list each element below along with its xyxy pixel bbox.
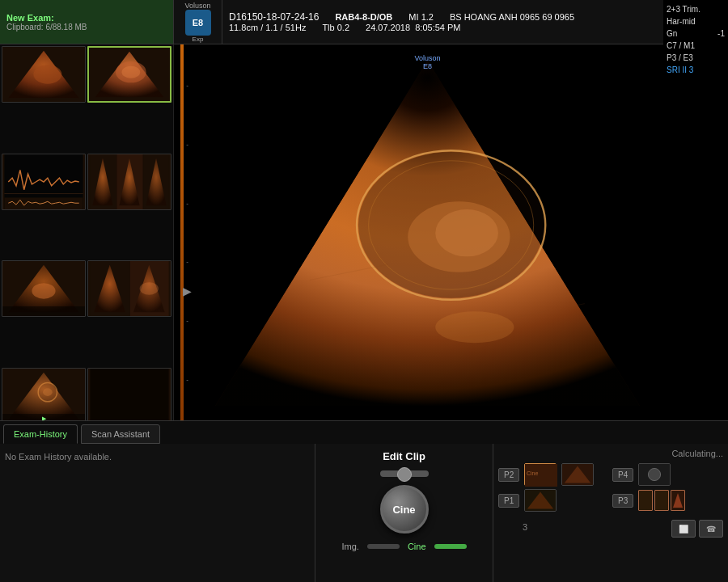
svg-point-37	[435, 311, 514, 343]
thumbnail-5[interactable]	[2, 260, 86, 317]
preset-p3-mini-1[interactable]	[638, 490, 653, 511]
preset-p4-row: P4	[612, 463, 723, 486]
thumbnail-2[interactable]	[87, 46, 171, 103]
edit-clip-title: Edit Clip	[383, 450, 425, 462]
c7-param: C7 / M1	[667, 40, 725, 52]
voluson-logo-area: Voluson E8 Exp	[174, 0, 222, 44]
preset-p2-thumb[interactable]: Cine	[524, 463, 557, 486]
preset-p3-row: P3	[612, 489, 723, 512]
preset-p3-mini-2[interactable]	[654, 490, 669, 511]
preset-p4-thumb[interactable]	[638, 463, 671, 486]
history-panel: No Exam History available.	[0, 444, 315, 582]
p3-param: P3 / E3	[667, 52, 725, 64]
svg-point-1	[33, 65, 61, 83]
thumbnail-overlay-5	[2, 306, 85, 316]
thumbnail-7[interactable]: ▶	[2, 368, 86, 424]
svg-marker-21	[8, 373, 78, 420]
edit-clip-panel: Edit Clip Cine Img. Cine	[315, 444, 493, 582]
header-info: D16150-18-07-24-16 RAB4-8-D/OB MI 1.2 BS…	[222, 0, 728, 44]
exam-id: D16150-18-07-24-16	[229, 11, 319, 23]
edit-clip-top-slider[interactable]	[380, 470, 429, 477]
preset-p4-button[interactable]: P4	[612, 468, 633, 482]
cine-label: Cine	[408, 542, 426, 551]
bottom-tabs: Exam-History Scan Assistant	[0, 421, 728, 444]
svg-point-15	[32, 283, 55, 298]
thumbnail-3[interactable]	[2, 154, 86, 210]
svg-text:Cine: Cine	[527, 470, 539, 476]
new-exam-label: New Exam:	[6, 13, 167, 23]
preset-icon-2[interactable]: ☎	[699, 520, 723, 538]
preset-p1-button[interactable]: P1	[498, 494, 519, 508]
tab-scan-assistant[interactable]: Scan Assistant	[81, 424, 160, 444]
preset-number: 3	[498, 522, 527, 532]
thumbnail-6[interactable]	[87, 260, 171, 317]
clipboard-label: Clipboard: 6/88.18 MB	[6, 23, 167, 32]
thumbnail-1[interactable]	[2, 46, 86, 103]
tab-exam-history[interactable]: Exam-History	[3, 424, 78, 444]
preset-p2-row: P2 Cine	[498, 463, 609, 486]
date-info: 24.07.2018 8:05:54 PM	[366, 23, 460, 32]
header-row1: D16150-18-07-24-16 RAB4-8-D/OB MI 1.2 BS…	[229, 11, 722, 23]
tlb-info: Tlb 0.2	[322, 23, 349, 32]
depth-bar	[180, 44, 184, 420]
preset-icon-1[interactable]: ⬜	[671, 520, 696, 538]
thumbnail-8[interactable]	[87, 368, 171, 424]
header-row2: 11.8cm / 1.1 / 51Hz Tlb 0.2 24.07.2018 8…	[229, 23, 722, 32]
preset-p3-mini-3[interactable]	[671, 490, 685, 511]
img-label: Img.	[341, 542, 358, 551]
preset-p2-button[interactable]: P2	[498, 468, 519, 482]
preset-p3-button[interactable]: P3	[612, 494, 633, 508]
mi-info: MI 1.2	[408, 12, 434, 22]
edit-clip-bottom-row: Img. Cine	[341, 542, 466, 551]
nav-arrow[interactable]: ▶	[183, 285, 192, 297]
svg-point-43	[649, 468, 661, 480]
svg-point-4	[122, 66, 141, 78]
thumbnail-4[interactable]	[87, 154, 171, 210]
bs-info: BS HOANG ANH 0965 69 0965	[450, 12, 574, 22]
svg-point-33	[435, 209, 498, 256]
trim-param: 2+3 Trim.	[667, 3, 725, 15]
no-history-text: No Exam History available.	[5, 452, 112, 462]
gn-param: Gn -1	[667, 27, 725, 40]
depth-scale: - - - - - -	[174, 44, 192, 420]
voluson-overlay-brand: Voluson	[414, 54, 440, 62]
img-slider[interactable]	[367, 544, 400, 549]
voluson-overlay-model: E8	[423, 62, 432, 70]
right-params: 2+3 Trim. Har-mid Gn -1 C7 / M1 P3 / E3 …	[663, 0, 728, 79]
preset-p2-thumb2[interactable]	[561, 463, 594, 486]
preset-p1-row: P1	[498, 489, 609, 512]
har-param: Har-mid	[667, 15, 725, 27]
svg-point-23	[43, 388, 53, 396]
voluson-exp: Exp	[193, 36, 204, 43]
calculating-text: Calculating...	[498, 449, 723, 458]
preset-grid: P2 Cine	[498, 463, 723, 512]
voluson-brand: Voluson	[184, 2, 210, 10]
preset-panel: Calculating... P2 Cine	[493, 444, 728, 582]
voluson-badge: E8	[185, 10, 211, 36]
main-image-area: Voluson E8	[192, 44, 663, 420]
bottom-content: No Exam History available. Edit Clip Cin…	[0, 444, 728, 582]
edit-clip-knob[interactable]: Cine	[380, 485, 429, 534]
preset-p3-thumbs	[638, 490, 685, 511]
cine-slider[interactable]	[434, 544, 467, 549]
header-left: New Exam: Clipboard: 6/88.18 MB	[0, 0, 174, 44]
meas-info: 11.8cm / 1.1 / 51Hz	[229, 23, 306, 32]
svg-point-20	[140, 282, 159, 295]
preset-p1-thumb[interactable]	[524, 489, 557, 512]
probe-info: RAB4-8-D/OB	[335, 12, 392, 22]
sri-param: SRI II 3	[667, 64, 725, 76]
bottom-panel: Exam-History Scan Assistant No Exam Hist…	[0, 420, 728, 582]
bottom-icons: ⬜ ☎	[671, 520, 723, 538]
top-header: New Exam: Clipboard: 6/88.18 MB Voluson …	[0, 0, 728, 44]
svg-rect-24	[90, 369, 168, 424]
